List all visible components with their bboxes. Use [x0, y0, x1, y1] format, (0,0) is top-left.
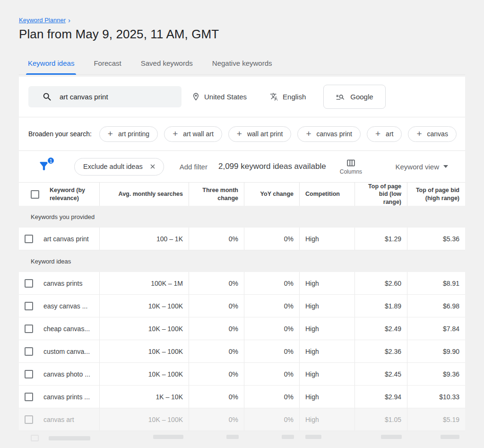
cell-top-bid-low: $2.60	[355, 272, 407, 294]
row-checkbox[interactable]	[25, 235, 33, 243]
cell-avg-monthly-searches: 10K – 100K	[100, 317, 189, 340]
row-checkbox[interactable]	[25, 325, 33, 333]
tab-keyword-ideas[interactable]: Keyword ideas	[27, 53, 75, 74]
cell-value: High	[305, 370, 319, 378]
cell-value: 0%	[284, 348, 294, 355]
cell-value: $10.33	[439, 393, 459, 401]
cell-value: High	[305, 416, 319, 423]
tab-negative-keywords[interactable]: Negative keywords	[211, 53, 273, 74]
cell-competition: High	[300, 340, 355, 362]
row-checkbox[interactable]	[25, 393, 33, 401]
cell-value: easy canvas ...	[43, 302, 87, 310]
columns-button[interactable]: Columns	[340, 158, 362, 175]
cell-top-bid-low: $2.49	[355, 317, 407, 340]
add-filter-button[interactable]: Add filter	[180, 163, 207, 171]
cell-three-month-change: 0%	[189, 317, 244, 340]
cell-keyword: canvas photo ...	[19, 363, 100, 385]
cell-value: 10K – 100K	[148, 348, 183, 355]
row-checkbox[interactable]	[25, 279, 33, 288]
chip-label: art	[386, 130, 393, 138]
chip-label: canvas print	[317, 130, 352, 138]
broaden-chip-art-wall-art[interactable]: +art wall art	[164, 126, 222, 142]
column-header-label: Keyword (by relevance)	[50, 186, 94, 202]
table-section-label-keywords-you-provided: Keywords you provided	[19, 206, 465, 228]
plus-icon: +	[375, 129, 380, 138]
tab-saved-keywords[interactable]: Saved keywords	[140, 53, 194, 74]
column-header-avg-monthly-searches[interactable]: Avg. monthly searches	[100, 183, 189, 206]
broaden-chip-wall-art-print[interactable]: +wall art print	[228, 126, 292, 142]
search-query-text: art canvas print	[60, 93, 108, 101]
cell-value: 10K – 100K	[148, 370, 183, 378]
cell-value: 0%	[284, 302, 294, 310]
cell-value: $5.36	[443, 235, 459, 243]
broaden-section: Broaden your search: +art printing+art w…	[19, 117, 465, 150]
filter-bar: 1 Exclude adult ideas Add filter 2,099 k…	[19, 150, 465, 182]
column-header-competition[interactable]: Competition	[300, 183, 355, 206]
cell-yoy-change: 0%	[244, 272, 300, 294]
language-value: English	[283, 93, 306, 101]
cell-value: 0%	[229, 325, 238, 333]
cell-value: $2.94	[385, 393, 401, 401]
keyword-planner-page: Keyword Planner › Plan from May 9, 2025,…	[0, 0, 484, 447]
cell-value: custom canva...	[43, 348, 90, 355]
page-title: Plan from May 9, 2025, 11 AM, GMT	[19, 27, 465, 42]
breadcrumb-link[interactable]: Keyword Planner	[19, 17, 66, 24]
row-checkbox[interactable]	[25, 370, 33, 378]
column-header-top-of-page-bid-high-range[interactable]: Top of page bid (high range)	[407, 183, 465, 206]
row-checkbox[interactable]	[25, 302, 33, 310]
column-header-yoy-change[interactable]: YoY change	[244, 183, 300, 206]
cell-value: 0%	[229, 416, 238, 423]
column-header-label: Top of page bid (high range)	[413, 186, 459, 202]
ghost-cell	[244, 435, 300, 439]
column-header-three-month-change[interactable]: Three month change	[189, 183, 244, 206]
broaden-chip-canvas-print[interactable]: +canvas print	[297, 126, 361, 142]
select-all-checkbox[interactable]	[31, 190, 39, 199]
ghost-cell	[19, 435, 100, 441]
cell-value: High	[305, 348, 319, 355]
column-header-label: YoY change	[260, 190, 294, 198]
cell-yoy-change: 0%	[244, 386, 300, 408]
table-row: custom canva...10K – 100K0%0%High$2.36$9…	[19, 340, 465, 363]
row-checkbox[interactable]	[25, 347, 33, 356]
language-selector[interactable]: English	[270, 92, 306, 101]
table-section-label-keyword-ideas: Keyword ideas	[19, 250, 465, 272]
column-header-keyword-by-relevance[interactable]: Keyword (by relevance)	[19, 183, 100, 206]
cell-value: 0%	[284, 235, 294, 243]
cell-top-bid-high: $8.91	[407, 272, 465, 294]
ghost-cell	[300, 435, 355, 439]
cell-top-bid-high: $9.90	[407, 340, 465, 362]
active-filter-label: Exclude adult ideas	[83, 163, 143, 170]
search-network-button[interactable]: Google	[323, 85, 385, 109]
cell-value: $6.98	[443, 302, 459, 310]
close-icon[interactable]	[149, 163, 156, 170]
chip-label: canvas	[427, 130, 448, 138]
columns-label: Columns	[340, 168, 362, 175]
translate-icon	[270, 92, 279, 101]
cell-value: $2.45	[385, 370, 401, 378]
cell-value: $1.89	[385, 302, 401, 310]
column-header-top-of-page-bid-low-range[interactable]: Top of page bid (low range)	[355, 183, 407, 206]
cell-yoy-change: 0%	[244, 340, 300, 362]
table-header: Keyword (by relevance)Avg. monthly searc…	[19, 182, 465, 206]
cell-top-bid-high: $9.36	[407, 363, 465, 385]
broaden-chip-art-printing[interactable]: +art printing	[99, 126, 158, 142]
broaden-chip-art[interactable]: +art	[367, 126, 402, 142]
cell-top-bid-low: $2.36	[355, 340, 407, 362]
cell-value: canvas prints	[43, 280, 82, 287]
columns-icon	[346, 158, 356, 168]
view-selector-dropdown[interactable]: Keyword view	[395, 163, 448, 171]
active-filter-chip[interactable]: Exclude adult ideas	[74, 158, 164, 176]
filter-button[interactable]: 1	[38, 160, 51, 173]
location-selector[interactable]: United States	[191, 92, 247, 101]
tab-forecast[interactable]: Forecast	[93, 53, 122, 74]
chip-label: art wall art	[183, 130, 214, 138]
row-checkbox[interactable]	[25, 415, 33, 424]
keyword-search-input[interactable]: art canvas print	[28, 86, 182, 107]
cell-avg-monthly-searches: 10K – 100K	[100, 363, 189, 385]
cell-value: canvas prints ...	[43, 393, 90, 401]
cell-top-bid-low: $1.05	[355, 408, 407, 430]
cell-value: 0%	[229, 393, 238, 401]
breadcrumb: Keyword Planner ›	[19, 0, 465, 24]
broaden-chip-canvas[interactable]: +canvas	[408, 126, 456, 142]
cell-top-bid-low: $1.89	[355, 295, 407, 317]
